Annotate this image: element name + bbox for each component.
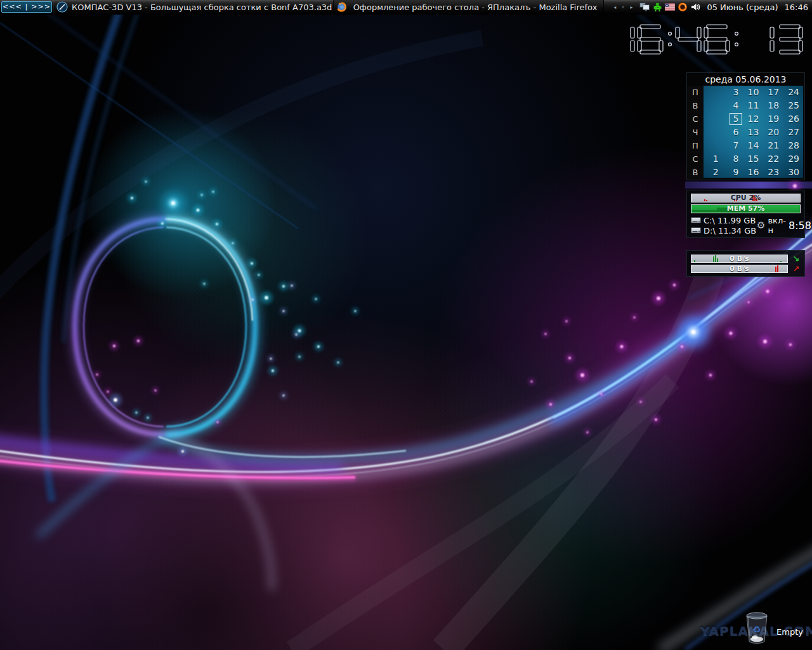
calendar-header: среда 05.06.2013 <box>687 73 804 86</box>
clock-digit <box>631 27 634 51</box>
calendar-grid: П3101724В4111825С5121926Ч6132027П7142128… <box>687 86 804 179</box>
calendar-cell: 20 <box>764 126 784 139</box>
calendar-cell: 23 <box>764 166 784 179</box>
calendar-selected-day: 5 <box>730 113 743 125</box>
language-flag-icon[interactable] <box>665 2 675 12</box>
tray-clock[interactable]: 16:46 <box>785 3 808 12</box>
calendar-cell: 1 <box>704 152 724 166</box>
calendar-cell: 22 <box>764 152 784 166</box>
tray-date[interactable]: 05 Июнь (среда) <box>707 3 778 12</box>
calendar-row: В29162330 <box>687 166 804 179</box>
cpu-usage-label: CPU 2% <box>691 194 800 202</box>
calendar-cell: 15 <box>743 152 764 166</box>
disk-c-label: C:\ 11.99 GB <box>704 216 756 225</box>
download-arrow-icon: ↘ <box>792 255 801 263</box>
calendar-cell: 21 <box>764 139 784 152</box>
calendar-cell: 19 <box>764 112 784 126</box>
calendar-cell: 14 <box>743 139 764 152</box>
memory-usage-bar: MEM 57% <box>691 204 801 213</box>
calendar-cell: 7 <box>724 139 744 152</box>
tray-expand-arrows[interactable]: ◂ ∘ ▸ <box>613 4 634 10</box>
calendar-row: П7142128 <box>687 139 804 152</box>
disk-c-row: C:\ 11.99 GB <box>691 215 757 225</box>
calendar-day-label: С <box>687 112 704 126</box>
calendar-cell: 9 <box>724 166 744 179</box>
desktop-clock-widget[interactable] <box>608 23 807 57</box>
gear-icon[interactable]: ⚙ <box>757 221 765 230</box>
calendar-cell: 28 <box>784 139 804 152</box>
calendar-day-label: П <box>687 139 704 152</box>
upload-arrow-icon: ↗ <box>792 265 801 273</box>
calendar-row: С18152229 <box>687 152 804 166</box>
calendar-cell: 27 <box>784 126 804 139</box>
calendar-day-label: В <box>687 99 704 112</box>
calendar-cell <box>704 126 724 139</box>
calendar-cell: 6 <box>724 126 744 139</box>
calendar-cell: 29 <box>784 152 804 166</box>
clock-digit <box>704 25 730 54</box>
calendar-cell: 30 <box>784 166 804 179</box>
upload-speed-label: 0 B/s <box>691 265 787 272</box>
calendar-cell: 5 <box>724 112 744 126</box>
kompas-3d-icon <box>56 1 68 13</box>
hdd-icon <box>691 226 701 235</box>
svg-text:♻: ♻ <box>752 624 761 635</box>
uptime-label: вкл-н <box>768 216 786 235</box>
recycle-bin-icon[interactable]: ♻ <box>742 609 771 646</box>
upload-speed-bar: 0 B/s <box>691 265 788 273</box>
disk-d-label: D:\ 11.34 GB <box>704 226 756 235</box>
taskbar-button-title: Оформление рабочего стола - ЯПлакалъ - M… <box>347 3 603 12</box>
clock-digit <box>676 27 701 51</box>
system-monitor-widget[interactable]: CPU 2% MEM 57% C:\ 11.99 GB <box>686 190 805 238</box>
taskbar-button-title: КОМПАС-3D V13 - Большущая сборка сотки с… <box>68 3 333 12</box>
desktop: <<< | >>> КОМПАС-3D V13 - Большущая сбор… <box>0 0 812 650</box>
calendar-cell: 4 <box>724 99 744 112</box>
network-monitors-icon[interactable] <box>639 2 650 12</box>
calendar-row: Ч6132027 <box>687 126 804 139</box>
download-speed-label: 0 B/s <box>691 255 787 262</box>
calendar-cell: 25 <box>784 99 804 112</box>
taskbar-button-firefox[interactable]: Оформление рабочего стола - ЯПлакалъ - M… <box>334 0 604 14</box>
hdd-icon <box>691 216 701 225</box>
calendar-cell: 17 <box>764 86 784 99</box>
calendar-day-label: В <box>687 166 704 179</box>
calendar-cell: 13 <box>743 126 764 139</box>
calendar-cell: 3 <box>724 86 744 99</box>
calendar-cell: 24 <box>784 86 804 99</box>
volume-icon[interactable] <box>690 2 700 12</box>
clock-digit <box>780 25 802 54</box>
calendar-row: С5121926 <box>687 112 804 126</box>
calendar-row: П3101724 <box>687 86 804 99</box>
download-manager-icon[interactable] <box>678 2 688 12</box>
calendar-cell: 11 <box>743 99 764 112</box>
memory-usage-label: MEM 57% <box>691 205 800 213</box>
calendar-day-label: Ч <box>687 126 704 139</box>
calendar-cell: 26 <box>784 112 804 126</box>
disk-d-row: D:\ 11.34 GB <box>691 225 757 235</box>
calendar-cell <box>704 112 724 126</box>
calendar-widget[interactable]: среда 05.06.2013 П3101724В4111825С512192… <box>686 72 805 180</box>
calendar-cell: 18 <box>764 99 784 112</box>
agent-robot-icon[interactable] <box>652 2 662 12</box>
calendar-cell: 16 <box>743 166 764 179</box>
calendar-cell <box>704 86 724 99</box>
clock-digit <box>770 27 774 51</box>
cpu-usage-bar: CPU 2% <box>691 194 801 202</box>
calendar-cell: 2 <box>704 166 724 179</box>
star-cyan <box>163 193 183 213</box>
calendar-cell: 12 <box>743 112 764 126</box>
desktop-pager-button[interactable]: <<< | >>> <box>1 1 52 13</box>
recycle-bin-label[interactable]: Empty <box>776 627 803 637</box>
firefox-icon <box>337 2 347 12</box>
calendar-cell: 8 <box>724 152 744 166</box>
calendar-cell <box>704 99 724 112</box>
calendar-day-label: С <box>687 152 704 166</box>
network-monitor-widget[interactable]: 0 B/s ↘ 0 B/s ↗ <box>686 250 805 277</box>
calendar-row: В4111825 <box>687 99 804 112</box>
taskbar: <<< | >>> КОМПАС-3D V13 - Большущая сбор… <box>0 0 812 15</box>
download-speed-bar: 0 B/s <box>691 255 788 263</box>
taskbar-button-kompas[interactable]: КОМПАС-3D V13 - Большущая сборка сотки с… <box>53 0 334 14</box>
calendar-cell <box>704 139 724 152</box>
clock-digit <box>638 25 663 54</box>
uptime-value: 8:58 <box>789 220 811 232</box>
